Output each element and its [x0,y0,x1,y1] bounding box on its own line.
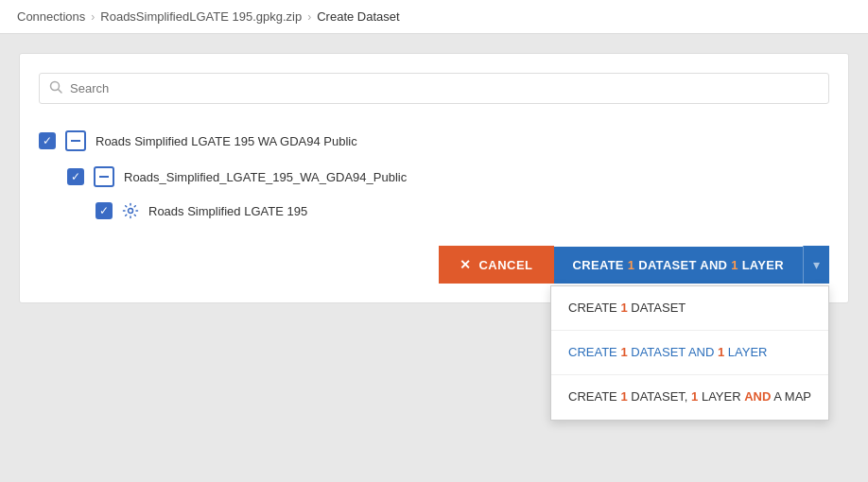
breadcrumb-file[interactable]: RoadsSimplifiedLGATE 195.gpkg.zip [100,9,302,24]
checkbox-level1[interactable]: ✓ [39,132,56,149]
create-dropdown-button[interactable]: ▾ [803,246,829,284]
group-icon-level2 [94,166,114,187]
group-icon-level1 [65,130,86,151]
dropdown-map-and: AND [744,389,771,404]
actions-row: ✕ CANCEL CREATE 1 DATASET AND 1 LAYER ▾ … [39,246,829,284]
search-box [39,73,829,104]
cancel-button[interactable]: ✕ CANCEL [439,246,554,284]
dropdown-item-dataset-label: CREATE 1 DATASET [568,301,686,315]
create-main-label: CREATE 1 DATASET AND 1 LAYER [573,258,784,272]
dropdown-map-num1: 1 [620,389,627,404]
create-main-button[interactable]: CREATE 1 DATASET AND 1 LAYER [554,247,803,284]
dropdown-item-dataset-layer[interactable]: CREATE 1 DATASET AND 1 LAYER [551,331,828,374]
gear-icon [122,202,139,219]
item-label-level3: Roads Simplified LGATE 195 [148,204,307,218]
tree-list: ✓ Roads Simplified LGATE 195 WA GDA94 Pu… [39,123,829,227]
dropdown-menu: CREATE 1 DATASET CREATE 1 DATASET AND 1 … [550,285,829,421]
search-icon [49,80,62,96]
dropdown-dataset-num: 1 [620,301,627,315]
minus-icon-level1 [71,140,80,142]
dropdown-arrow-icon: ▾ [813,257,820,272]
item-label-level1: Roads Simplified LGATE 195 WA GDA94 Publ… [95,134,357,148]
breadcrumb-sep-1: › [91,10,95,24]
checkbox-level3[interactable]: ✓ [95,202,113,219]
tree-item-level1: ✓ Roads Simplified LGATE 195 WA GDA94 Pu… [39,123,829,159]
breadcrumb-sep-2: › [307,10,311,24]
dropdown-item-dataset-layer-map[interactable]: CREATE 1 DATASET, 1 LAYER AND A MAP [551,375,828,419]
checkbox-level2[interactable]: ✓ [67,168,84,185]
item-label-level2: Roads_Simplified_LGATE_195_WA_GDA94_Publ… [124,170,407,184]
minus-icon-level2 [99,176,109,178]
dataset-card: ✓ Roads Simplified LGATE 195 WA GDA94 Pu… [19,53,849,303]
dropdown-item-dataset[interactable]: CREATE 1 DATASET [551,286,828,330]
tree-item-level2: ✓ Roads_Simplified_LGATE_195_WA_GDA94_Pu… [39,159,829,195]
checkmark-level2: ✓ [71,171,80,182]
search-input[interactable] [70,81,819,95]
breadcrumb-connections[interactable]: Connections [17,9,85,24]
svg-point-2 [129,209,133,214]
checkmark-level3: ✓ [99,205,109,216]
breadcrumb-current: Create Dataset [317,9,399,24]
main-content: ✓ Roads Simplified LGATE 195 WA GDA94 Pu… [0,34,868,303]
svg-line-1 [59,90,62,94]
breadcrumb: Connections › RoadsSimplifiedLGATE 195.g… [0,0,868,34]
cancel-label: CANCEL [478,258,532,272]
checkmark-level1: ✓ [43,135,52,146]
dropdown-map-num2: 1 [691,389,698,404]
cancel-x-icon: ✕ [460,257,472,272]
dropdown-item-dataset-layer-label: CREATE 1 DATASET AND 1 LAYER [568,345,768,359]
dropdown-dataset-layer-num1: 1 [620,345,627,359]
tree-item-level3: ✓ Roads Simplified LGATE 195 [39,195,829,227]
dropdown-dataset-layer-num2: 1 [718,345,724,359]
dropdown-item-dataset-layer-map-label: CREATE 1 DATASET, 1 LAYER AND A MAP [568,389,811,404]
